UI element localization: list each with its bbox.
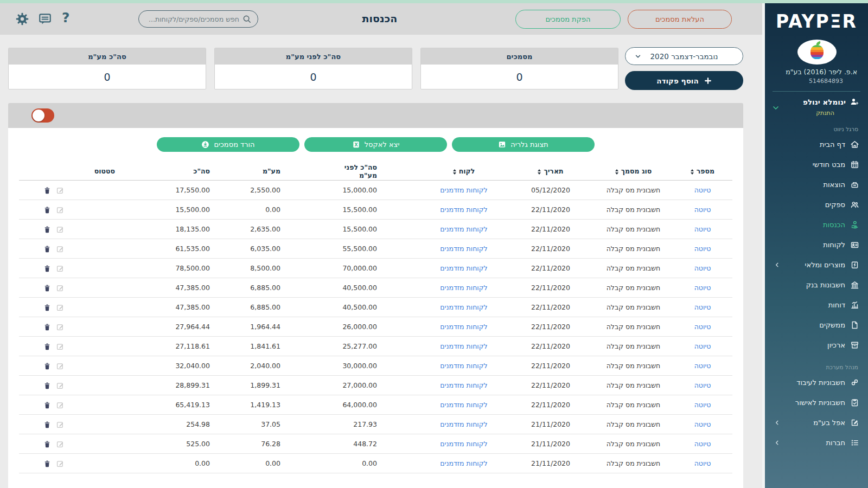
customer-link[interactable]: לקוחות מזדמנים (440, 459, 487, 467)
period-dropdown[interactable]: נובמבר-דצמבר 2020 (625, 47, 743, 65)
sidebar-item[interactable]: חשבוניות לאישור (774, 393, 859, 413)
sort-icon[interactable] (453, 169, 456, 175)
edit-icon[interactable] (56, 323, 64, 331)
document-number-link[interactable]: טיוטה (694, 440, 711, 448)
document-number-link[interactable]: טיוטה (694, 245, 711, 253)
edit-icon[interactable] (56, 401, 64, 409)
document-number-link[interactable]: טיוטה (694, 225, 711, 233)
company-chevron-down-icon[interactable] (771, 104, 780, 112)
edit-icon[interactable] (56, 421, 64, 428)
document-number-link[interactable]: טיוטה (694, 362, 711, 370)
header-number[interactable]: מספר (673, 163, 732, 180)
settings-gear-icon[interactable] (15, 12, 29, 26)
upload-documents-button[interactable]: העלאת מסמכים (628, 10, 732, 29)
edit-icon[interactable] (56, 440, 64, 448)
header-date[interactable]: תאריך (507, 163, 594, 180)
document-number-link[interactable]: טיוטה (694, 459, 711, 467)
document-number-link[interactable]: טיוטה (694, 342, 711, 350)
customer-link[interactable]: לקוחות מזדמנים (440, 186, 487, 194)
gallery-view-button[interactable]: תצוגת גלריה (452, 137, 595, 152)
header-customer[interactable]: לקוח (420, 163, 507, 180)
customer-link[interactable]: לקוחות מזדמנים (440, 381, 487, 389)
edit-icon[interactable] (56, 343, 64, 350)
delete-trash-icon[interactable] (43, 323, 51, 331)
sidebar-item[interactable]: הכנסות (774, 215, 859, 235)
delete-trash-icon[interactable] (43, 245, 51, 253)
customer-link[interactable]: לקוחות מזדמנים (440, 303, 487, 311)
delete-trash-icon[interactable] (43, 401, 51, 409)
edit-icon[interactable] (56, 460, 64, 467)
delete-trash-icon[interactable] (43, 226, 51, 233)
customer-link[interactable]: לקוחות מזדמנים (440, 342, 487, 350)
delete-trash-icon[interactable] (43, 362, 51, 370)
document-number-link[interactable]: טיוטה (694, 303, 711, 311)
header-doc-type[interactable]: סוג מסמך (594, 163, 673, 180)
customer-link[interactable]: לקוחות מזדמנים (440, 264, 487, 272)
edit-icon[interactable] (56, 187, 64, 194)
edit-icon[interactable] (56, 362, 64, 370)
edit-icon[interactable] (56, 382, 64, 389)
logout-link[interactable]: התנתק (816, 110, 834, 117)
documents-table: מספר סוג מסמך תאריך לקוח סה"כ לפני מע"מ … (19, 163, 732, 473)
sidebar-item[interactable]: לקוחות (774, 235, 859, 255)
delete-trash-icon[interactable] (43, 265, 51, 272)
sidebar-item[interactable]: מבט חודשי (774, 155, 859, 175)
sidebar-item[interactable]: דוחות (774, 295, 859, 315)
summary-card-label: מסמכים (421, 48, 618, 65)
edit-icon[interactable] (56, 245, 64, 253)
customer-link[interactable]: לקוחות מזדמנים (440, 440, 487, 448)
add-order-button[interactable]: הוסף פקודה (625, 71, 743, 90)
sort-icon[interactable] (615, 169, 618, 175)
customer-link[interactable]: לקוחות מזדמנים (440, 245, 487, 253)
delete-trash-icon[interactable] (43, 304, 51, 311)
edit-icon[interactable] (56, 304, 64, 311)
customer-link[interactable]: לקוחות מזדמנים (440, 225, 487, 233)
document-number-link[interactable]: טיוטה (694, 186, 711, 194)
sidebar-item[interactable]: ספקים (774, 195, 859, 215)
export-excel-button[interactable]: יצא לאקסל X (304, 137, 447, 152)
sort-icon[interactable] (691, 169, 694, 175)
customer-link[interactable]: לקוחות מזדמנים (440, 362, 487, 370)
delete-trash-icon[interactable] (43, 382, 51, 389)
edit-icon[interactable] (56, 226, 64, 233)
delete-trash-icon[interactable] (43, 460, 51, 467)
download-documents-button[interactable]: הורד מסמכים (157, 137, 299, 152)
document-number-link[interactable]: טיוטה (694, 381, 711, 389)
delete-trash-icon[interactable] (43, 187, 51, 194)
sidebar-item[interactable]: מוצרים ומלאי (774, 255, 859, 275)
delete-trash-icon[interactable] (43, 206, 51, 214)
delete-trash-icon[interactable] (43, 284, 51, 292)
customer-link[interactable]: לקוחות מזדמנים (440, 401, 487, 409)
generate-documents-button[interactable]: הפקת מסמכים (515, 10, 621, 29)
toggle-switch[interactable] (31, 108, 54, 123)
sidebar-item[interactable]: ממשקים (774, 315, 859, 335)
document-number-link[interactable]: טיוטה (694, 264, 711, 272)
sidebar-item[interactable]: חשבונות בנק (774, 275, 859, 295)
edit-icon[interactable] (56, 206, 64, 214)
document-number-link[interactable]: טיוטה (694, 420, 711, 428)
sidebar-item[interactable]: ארכיון (774, 335, 859, 355)
customer-link[interactable]: לקוחות מזדמנים (440, 206, 487, 214)
customer-link[interactable]: לקוחות מזדמנים (440, 420, 487, 428)
sidebar-item[interactable]: הוצאות (774, 175, 859, 195)
edit-icon[interactable] (56, 265, 64, 272)
delete-trash-icon[interactable] (43, 421, 51, 428)
document-number-link[interactable]: טיוטה (694, 401, 711, 409)
help-icon[interactable]: ? (62, 10, 70, 25)
company-avatar[interactable] (797, 40, 837, 65)
sidebar-item[interactable]: אפל בע"מ (774, 413, 859, 433)
document-number-link[interactable]: טיוטה (694, 323, 711, 331)
edit-icon[interactable] (56, 284, 64, 292)
delete-trash-icon[interactable] (43, 343, 51, 350)
document-number-link[interactable]: טיוטה (694, 284, 711, 292)
sidebar-item[interactable]: חשבוניות לעיבוד (774, 373, 859, 393)
document-number-link[interactable]: טיוטה (694, 206, 711, 214)
customer-link[interactable]: לקוחות מזדמנים (440, 323, 487, 331)
customer-link[interactable]: לקוחות מזדמנים (440, 284, 487, 292)
sidebar-item[interactable]: חברות (774, 433, 859, 453)
sort-icon[interactable] (538, 169, 541, 175)
feedback-comment-icon[interactable] (38, 12, 52, 26)
delete-trash-icon[interactable] (43, 440, 51, 448)
sidebar-item[interactable]: דף הבית (774, 134, 859, 155)
search-input[interactable] (139, 11, 258, 27)
